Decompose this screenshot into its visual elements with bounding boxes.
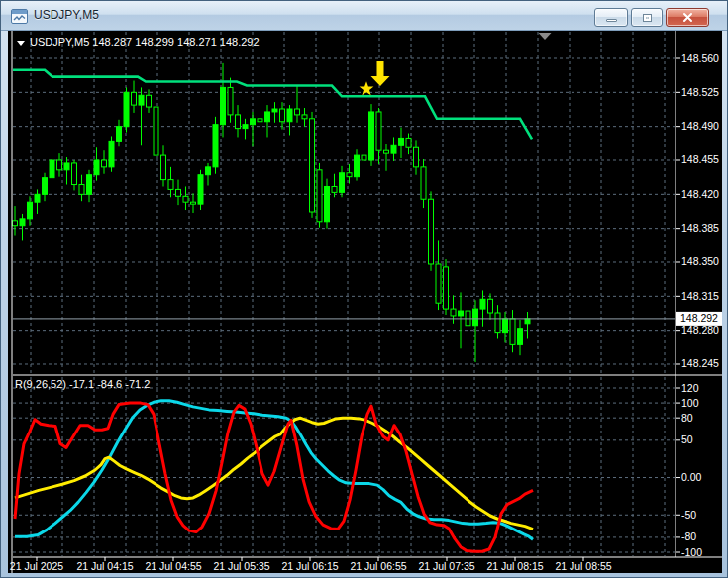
candle-body bbox=[213, 125, 218, 167]
candle-body bbox=[117, 127, 122, 142]
candle-body bbox=[384, 150, 389, 153]
candle-body bbox=[228, 87, 233, 114]
chart-canvas: 148.560148.525148.490148.455148.420148.3… bbox=[1, 1, 728, 578]
restore-icon bbox=[643, 14, 652, 22]
close-icon bbox=[682, 12, 693, 23]
candle-body bbox=[518, 329, 523, 345]
candle-body bbox=[399, 138, 404, 145]
window-title: USDJPY,M5 bbox=[34, 1, 99, 31]
candle-body bbox=[20, 219, 25, 226]
window-controls bbox=[594, 8, 709, 27]
restore-button[interactable] bbox=[631, 8, 663, 27]
candle-body bbox=[332, 186, 337, 192]
candle-body bbox=[154, 107, 158, 155]
candle-body bbox=[87, 175, 92, 195]
candle-body bbox=[251, 119, 256, 125]
candle-body bbox=[429, 199, 434, 264]
candle-body bbox=[503, 319, 508, 333]
candle-body bbox=[355, 155, 360, 177]
candle-body bbox=[444, 267, 449, 309]
candle-body bbox=[79, 185, 84, 195]
price-axis-drag-area[interactable] bbox=[676, 31, 722, 557]
candle-body bbox=[295, 109, 300, 115]
candle-body bbox=[488, 299, 493, 313]
titlebar[interactable]: USDJPY,M5 bbox=[1, 1, 727, 31]
symbol-ohlc-label: USDJPY,M5 148.287 148.299 148.271 148.29… bbox=[30, 36, 260, 48]
candle-body bbox=[94, 160, 99, 175]
candle-body bbox=[340, 173, 345, 193]
candle-body bbox=[376, 112, 381, 150]
candle-body bbox=[191, 202, 196, 204]
candle-body bbox=[510, 319, 515, 344]
candle-body bbox=[57, 160, 62, 170]
candle-body bbox=[451, 309, 456, 316]
candle-body bbox=[236, 115, 241, 129]
candle-body bbox=[362, 155, 366, 160]
candle-body bbox=[102, 160, 107, 167]
candle-body bbox=[272, 109, 277, 112]
candle-body bbox=[302, 115, 307, 119]
candle-body bbox=[132, 92, 137, 105]
candle-body bbox=[176, 189, 181, 196]
candle-body bbox=[28, 202, 33, 219]
candle-body bbox=[280, 109, 285, 122]
candle-body bbox=[43, 178, 48, 195]
minimize-button[interactable] bbox=[594, 8, 628, 27]
candle-body bbox=[147, 95, 152, 107]
candle-body bbox=[310, 119, 315, 212]
candle-body bbox=[139, 95, 144, 105]
close-button[interactable] bbox=[666, 8, 709, 27]
candle-body bbox=[265, 112, 270, 122]
candle-body bbox=[406, 138, 411, 147]
time-axis-drag-area[interactable] bbox=[13, 557, 675, 573]
mt4-chart-window: 148.560148.525148.490148.455148.420148.3… bbox=[0, 0, 728, 578]
candle-body bbox=[198, 175, 203, 204]
minimize-icon bbox=[606, 19, 617, 22]
candle-body bbox=[287, 109, 292, 122]
candle-body bbox=[124, 92, 129, 126]
candle-body bbox=[369, 112, 374, 160]
candle-body bbox=[109, 141, 114, 166]
candle-body bbox=[421, 167, 426, 199]
chart-window-icon bbox=[11, 9, 28, 24]
indicator-label: R(9,26,52) -17.1 -84.6 -71.2 bbox=[15, 378, 150, 390]
candle-body bbox=[206, 167, 211, 175]
candle-body bbox=[221, 87, 226, 124]
candle-body bbox=[480, 299, 485, 309]
candle-body bbox=[13, 221, 18, 226]
candle-body bbox=[72, 163, 77, 185]
candle-body bbox=[459, 311, 464, 316]
candle-body bbox=[168, 180, 173, 190]
candle-body bbox=[436, 264, 441, 303]
candle-body bbox=[325, 186, 330, 221]
candle-body bbox=[161, 155, 166, 180]
candle-body bbox=[414, 147, 419, 167]
candle-body bbox=[391, 145, 396, 153]
chart-background bbox=[8, 31, 722, 573]
candle-body bbox=[64, 163, 69, 170]
candle-body bbox=[525, 319, 530, 324]
candle-body bbox=[50, 160, 54, 178]
candle-body bbox=[495, 313, 500, 333]
candle-body bbox=[243, 125, 248, 129]
candle-body bbox=[473, 309, 478, 326]
candle-body bbox=[35, 194, 40, 202]
candle-body bbox=[183, 196, 188, 202]
candle-body bbox=[317, 170, 322, 222]
candle-body bbox=[347, 173, 352, 177]
candle-body bbox=[258, 119, 262, 122]
